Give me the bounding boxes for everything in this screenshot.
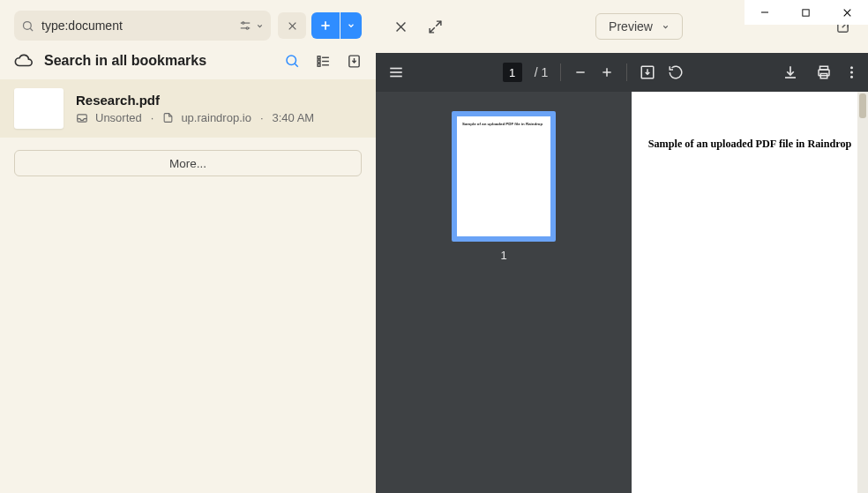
header-actions bbox=[284, 53, 362, 69]
more-button[interactable]: More... bbox=[14, 150, 362, 176]
bookmark-collection: Unsorted bbox=[95, 111, 142, 124]
page-thumbnail: Sample of an uploaded PDF file in Raindr… bbox=[452, 111, 556, 242]
left-panel: Search in all bookmarks Research.pdf bbox=[0, 0, 376, 493]
fit-page-button[interactable] bbox=[640, 64, 655, 80]
pdf-body: Sample of an uploaded PDF file in Raindr… bbox=[376, 92, 868, 493]
download-pdf-button[interactable] bbox=[782, 64, 798, 80]
right-panel: Preview 1 / 1 bbox=[376, 0, 868, 493]
svg-rect-16 bbox=[318, 60, 320, 63]
download-icon[interactable] bbox=[347, 54, 362, 69]
bookmark-body: Research.pdf Unsorted up.raindrop.io 3:4… bbox=[76, 88, 362, 129]
svg-point-47 bbox=[850, 71, 853, 74]
expand-button[interactable] bbox=[428, 19, 443, 34]
maximize-button[interactable] bbox=[790, 0, 822, 25]
zoom-in-button[interactable] bbox=[600, 65, 614, 79]
svg-rect-18 bbox=[318, 63, 320, 66]
inbox-icon bbox=[76, 112, 88, 124]
add-dropdown-button[interactable] bbox=[340, 12, 362, 39]
svg-line-30 bbox=[430, 27, 435, 33]
collection-title: Search in all bookmarks bbox=[44, 53, 284, 69]
toolbar-separator bbox=[560, 63, 561, 81]
page-number-input[interactable]: 1 bbox=[503, 63, 522, 82]
zoom-out-button[interactable] bbox=[573, 65, 587, 79]
svg-point-46 bbox=[850, 66, 853, 69]
toolbar-separator bbox=[626, 63, 627, 81]
pdf-toolbar: 1 / 1 bbox=[376, 53, 868, 92]
search-icon bbox=[21, 19, 34, 33]
search-field-wrap bbox=[14, 11, 271, 41]
svg-rect-14 bbox=[318, 56, 320, 58]
pdf-viewer: 1 / 1 bbox=[376, 53, 868, 493]
svg-point-2 bbox=[243, 22, 244, 24]
thumbnails-pane: Sample of an uploaded PDF file in Raindr… bbox=[376, 92, 632, 493]
chevron-down-icon bbox=[662, 23, 670, 31]
preview-label: Preview bbox=[609, 19, 653, 34]
svg-point-5 bbox=[246, 27, 248, 29]
search-input[interactable] bbox=[40, 18, 234, 34]
print-button[interactable] bbox=[816, 64, 832, 80]
svg-line-29 bbox=[436, 21, 441, 26]
bookmark-thumbnail bbox=[14, 88, 64, 129]
page-thumb-item[interactable]: Sample of an uploaded PDF file in Raindr… bbox=[452, 111, 556, 262]
bookmark-title: Research.pdf bbox=[76, 93, 362, 108]
svg-point-48 bbox=[850, 76, 853, 78]
pdf-more-button[interactable] bbox=[849, 64, 854, 80]
file-icon bbox=[162, 112, 174, 123]
scrollbar-thumb[interactable] bbox=[859, 93, 866, 118]
search-filters-button[interactable] bbox=[239, 19, 264, 32]
cloud-icon bbox=[14, 51, 34, 71]
svg-point-0 bbox=[24, 21, 32, 29]
document-pane[interactable]: Sample of an uploaded PDF file in Raindr… bbox=[632, 92, 868, 493]
sidebar-toggle-icon[interactable] bbox=[388, 64, 404, 80]
svg-line-13 bbox=[295, 63, 297, 66]
close-preview-button[interactable] bbox=[393, 19, 408, 34]
document-heading: Sample of an uploaded PDF file in Raindr… bbox=[648, 138, 852, 151]
bookmark-meta: Unsorted up.raindrop.io 3:40 AM bbox=[76, 111, 362, 124]
minimize-button[interactable] bbox=[749, 0, 781, 25]
search-action-icon[interactable] bbox=[284, 53, 300, 69]
meta-sep-2 bbox=[258, 111, 266, 124]
window-controls bbox=[745, 0, 868, 25]
searchbar-row bbox=[0, 0, 376, 48]
bookmark-domain: up.raindrop.io bbox=[181, 111, 251, 124]
svg-line-1 bbox=[30, 28, 33, 31]
clear-search-button[interactable] bbox=[278, 12, 306, 39]
preview-mode-dropdown[interactable]: Preview bbox=[595, 13, 683, 40]
collection-header: Search in all bookmarks bbox=[0, 48, 376, 79]
meta-sep-1 bbox=[149, 111, 156, 124]
bookmark-item[interactable]: Research.pdf Unsorted up.raindrop.io 3:4… bbox=[0, 79, 376, 138]
page-total: / 1 bbox=[535, 65, 549, 79]
close-window-button[interactable] bbox=[832, 0, 864, 25]
svg-rect-24 bbox=[803, 9, 809, 15]
page-thumb-label: 1 bbox=[500, 249, 506, 262]
scrollbar[interactable] bbox=[857, 92, 868, 493]
svg-point-12 bbox=[287, 56, 296, 65]
add-button[interactable] bbox=[311, 12, 340, 39]
view-options-icon[interactable] bbox=[316, 54, 331, 69]
add-button-group bbox=[311, 12, 362, 39]
bookmark-time: 3:40 AM bbox=[273, 111, 315, 124]
rotate-button[interactable] bbox=[668, 64, 684, 80]
